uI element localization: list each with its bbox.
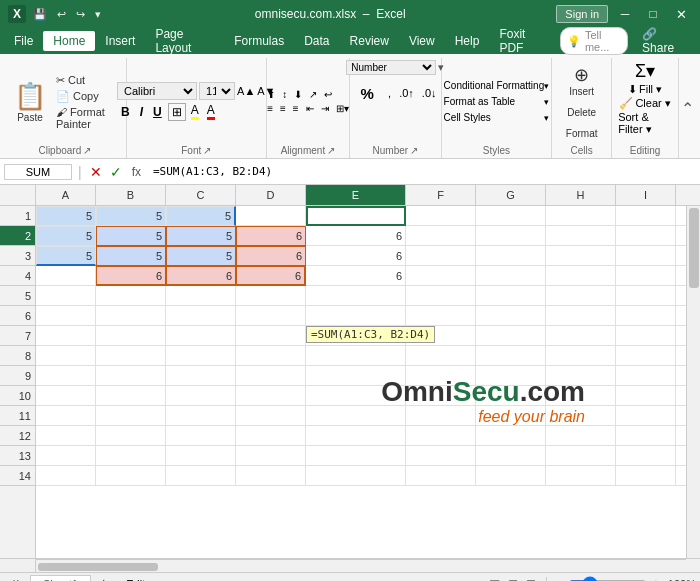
decrease-indent-btn[interactable]: ⇤ xyxy=(303,102,317,115)
maximize-button[interactable]: □ xyxy=(642,3,664,25)
cell-C1[interactable]: 5 xyxy=(166,206,236,226)
zoom-minus-btn[interactable]: − xyxy=(555,576,563,582)
font-size-select[interactable]: 11 xyxy=(199,82,235,100)
cell-E10[interactable]: OmniSecu.com feed your brain xyxy=(306,386,406,406)
bottom-align-btn[interactable]: ⬇ xyxy=(291,88,305,101)
sign-in-button[interactable]: Sign in xyxy=(556,5,608,23)
cell-I6[interactable] xyxy=(616,306,676,326)
menu-page-layout[interactable]: Page Layout xyxy=(145,24,224,58)
cell-J1[interactable] xyxy=(676,206,686,226)
cell-H1[interactable] xyxy=(546,206,616,226)
cell-I1[interactable] xyxy=(616,206,676,226)
page-break-btn[interactable]: ⊟ xyxy=(524,577,538,582)
cell-F2[interactable] xyxy=(406,226,476,246)
horizontal-scroll-thumb[interactable] xyxy=(38,563,158,571)
menu-foxit-pdf[interactable]: Foxit PDF xyxy=(489,24,556,58)
menu-data[interactable]: Data xyxy=(294,31,339,51)
vertical-scrollbar[interactable] xyxy=(686,206,700,558)
delete-cells-btn[interactable]: Delete xyxy=(561,103,602,122)
row-header-5[interactable]: 5 xyxy=(0,286,35,306)
row-header-10[interactable]: 10 xyxy=(0,386,35,406)
cell-D6[interactable] xyxy=(236,306,306,326)
cell-J5[interactable] xyxy=(676,286,686,306)
italic-button[interactable]: I xyxy=(136,104,147,120)
vertical-scroll-thumb[interactable] xyxy=(689,208,699,288)
cell-A6[interactable] xyxy=(36,306,96,326)
cell-A4[interactable] xyxy=(36,266,96,286)
row-header-7[interactable]: 7 xyxy=(0,326,35,346)
clear-btn[interactable]: 🧹 Clear ▾ xyxy=(619,97,670,110)
col-header-i[interactable]: I xyxy=(616,185,676,205)
cell-B1[interactable]: 5 xyxy=(96,206,166,226)
conditional-formatting-btn[interactable]: Conditional Formatting ▾ xyxy=(436,78,558,93)
row-header-6[interactable]: 6 xyxy=(0,306,35,326)
autosum-icon[interactable]: Σ▾ xyxy=(635,60,655,82)
formula-confirm-btn[interactable]: ✓ xyxy=(108,164,124,180)
wrap-text-btn[interactable]: ↩ xyxy=(321,88,335,101)
sheet-nav-right[interactable]: ▶ xyxy=(17,576,28,582)
cell-C6[interactable] xyxy=(166,306,236,326)
sort-filter-btn[interactable]: Sort & Filter ▾ xyxy=(618,111,672,136)
sheet1-tab[interactable]: Sheet1 xyxy=(30,575,91,581)
cell-G7[interactable] xyxy=(476,326,546,346)
cell-F3[interactable] xyxy=(406,246,476,266)
center-align-btn[interactable]: ≡ xyxy=(277,102,289,115)
cell-E6[interactable] xyxy=(306,306,406,326)
cell-E1[interactable] xyxy=(306,206,406,226)
cell-E3[interactable]: 6 xyxy=(306,246,406,266)
font-name-select[interactable]: Calibri xyxy=(117,82,197,100)
cell-G1[interactable] xyxy=(476,206,546,226)
cell-styles-btn[interactable]: Cell Styles ▾ xyxy=(436,110,558,125)
col-header-j[interactable]: J xyxy=(676,185,700,205)
bold-button[interactable]: B xyxy=(117,104,134,120)
cell-D2[interactable]: 6 xyxy=(236,226,306,246)
cell-D1[interactable] xyxy=(236,206,306,226)
row-header-3[interactable]: 3 xyxy=(0,246,35,266)
cell-C2[interactable]: 5 xyxy=(166,226,236,246)
cell-F4[interactable] xyxy=(406,266,476,286)
menu-review[interactable]: Review xyxy=(340,31,399,51)
cell-G2[interactable] xyxy=(476,226,546,246)
formula-cancel-btn[interactable]: ✕ xyxy=(88,164,104,180)
cell-J2[interactable] xyxy=(676,226,686,246)
cell-C3[interactable]: 5 xyxy=(166,246,236,266)
name-box[interactable] xyxy=(4,164,72,180)
cut-button[interactable]: ✂ Cut xyxy=(52,73,120,88)
cell-H2[interactable] xyxy=(546,226,616,246)
menu-formulas[interactable]: Formulas xyxy=(224,31,294,51)
cell-B7[interactable] xyxy=(96,326,166,346)
row-header-9[interactable]: 9 xyxy=(0,366,35,386)
clipboard-expand-icon[interactable]: ↗ xyxy=(83,145,91,156)
row-header-11[interactable]: 11 xyxy=(0,406,35,426)
formula-input[interactable] xyxy=(149,164,696,179)
tell-me-box[interactable]: 💡 Tell me... xyxy=(560,27,628,55)
top-align-btn[interactable]: ⬆ xyxy=(264,88,278,101)
cell-G5[interactable] xyxy=(476,286,546,306)
menu-insert[interactable]: Insert xyxy=(95,31,145,51)
row-header-2[interactable]: 2 xyxy=(0,226,35,246)
angle-text-btn[interactable]: ↗ xyxy=(306,88,320,101)
increase-indent-btn[interactable]: ⇥ xyxy=(318,102,332,115)
col-header-g[interactable]: G xyxy=(476,185,546,205)
cell-E5[interactable] xyxy=(306,286,406,306)
cell-B5[interactable] xyxy=(96,286,166,306)
ribbon-collapse-btn[interactable]: ⌃ xyxy=(679,58,696,158)
number-format-select[interactable]: Number General Currency Percentage xyxy=(346,60,436,75)
row-header-8[interactable]: 8 xyxy=(0,346,35,366)
cell-H3[interactable] xyxy=(546,246,616,266)
middle-align-btn[interactable]: ↕ xyxy=(279,88,290,101)
cell-E4[interactable]: 6 xyxy=(306,266,406,286)
menu-home[interactable]: Home xyxy=(43,31,95,51)
fill-color-btn[interactable]: A xyxy=(188,102,202,121)
menu-file[interactable]: File xyxy=(4,31,43,51)
insert-cells-btn[interactable]: ⊕ Insert xyxy=(563,60,600,101)
font-expand-icon[interactable]: ↗ xyxy=(203,145,211,156)
col-header-c[interactable]: C xyxy=(166,185,236,205)
paste-button[interactable]: 📋 xyxy=(10,81,50,111)
fx-label[interactable]: fx xyxy=(128,165,145,179)
percent-button[interactable]: % xyxy=(351,77,383,109)
cell-B3[interactable]: 5 xyxy=(96,246,166,266)
row-header-13[interactable]: 13 xyxy=(0,446,35,466)
cell-F5[interactable] xyxy=(406,286,476,306)
cell-F6[interactable] xyxy=(406,306,476,326)
